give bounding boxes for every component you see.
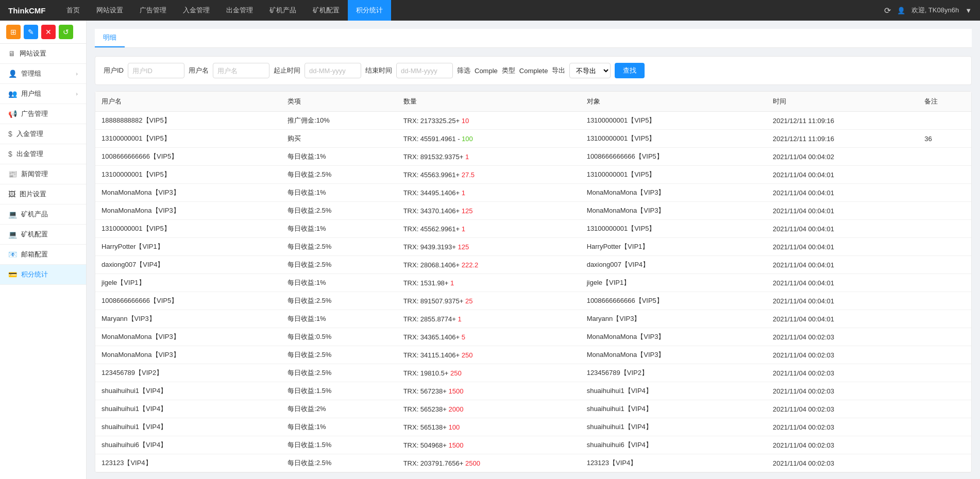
sidebar-item-miner-config[interactable]: 💻矿机配置 (0, 225, 86, 245)
cell-time: 2021/11/04 00:02:03 (767, 436, 918, 454)
cell-note (918, 112, 971, 130)
cell-amount: TRX: 34370.1406+ 125 (397, 202, 581, 220)
sidebar-item-deposit-manage[interactable]: $入金管理 (0, 124, 86, 144)
cell-amount: TRX: 1531.98+ 1 (397, 274, 581, 292)
cell-note (918, 202, 971, 220)
cell-amount: TRX: 34495.1406+ 1 (397, 184, 581, 202)
cell-username: 13100000001【VIP5】 (95, 166, 281, 184)
cell-username: MonaMonaMona【VIP3】 (95, 328, 281, 346)
sidebar-btn-blue[interactable]: ✎ (24, 25, 38, 39)
amount-bold: 1 (462, 189, 465, 197)
table-row: shuaihuihui1【VIP4】每日收益:2%TRX: 565238+ 20… (95, 400, 971, 418)
menu-icon-news-manage: 📰 (8, 170, 17, 178)
amount-bold: 222.2 (462, 261, 479, 269)
refresh-icon[interactable]: ⟳ (884, 6, 891, 15)
menu-label-withdraw-manage: 出金管理 (16, 149, 78, 159)
amount-bold: 250 (462, 351, 473, 359)
cell-time: 2021/11/04 00:02:03 (767, 418, 918, 436)
sidebar-item-website-settings[interactable]: 🖥网站设置 (0, 44, 86, 64)
sidebar-item-image-settings[interactable]: 🖼图片设置 (0, 184, 86, 204)
sidebar-item-news-manage[interactable]: 📰新闻管理 (0, 164, 86, 184)
export-select[interactable]: 不导出 导出 (569, 63, 611, 78)
start-time-label: 起止时间 (274, 66, 300, 75)
filter-bar: 用户ID 用户名 起止时间 结束时间 筛选 Comple 类型 Complete… (95, 56, 972, 85)
cell-username: MonaMonaMona【VIP3】 (95, 346, 281, 364)
table-row: 13100000001【VIP5】每日收益:1%TRX: 45562.9961+… (95, 220, 971, 238)
cell-username: shuaihuihui6【VIP4】 (95, 436, 281, 454)
cell-amount: TRX: 565138+ 100 (397, 418, 581, 436)
cell-note (918, 454, 971, 472)
nav-item-首页[interactable]: 首页 (58, 0, 88, 21)
cell-note (918, 346, 971, 364)
end-time-input[interactable] (396, 63, 453, 78)
amount-bold: 125 (462, 207, 473, 215)
menu-label-miner-product: 矿机产品 (21, 210, 78, 219)
sidebar-item-ad-manage[interactable]: 📢广告管理 (0, 104, 86, 124)
cell-time: 2021/11/04 00:02:03 (767, 328, 918, 346)
amount-bold: 1 (450, 279, 454, 287)
main-content: 明细 用户ID 用户名 起止时间 结束时间 筛选 Comple 类型 Compl… (87, 21, 980, 479)
nav-item-广告管理[interactable]: 广告管理 (131, 0, 175, 21)
brand-logo: ThinkCMF (8, 6, 46, 15)
menu-icon-admin-group: 👤 (8, 70, 17, 78)
search-button[interactable]: 查找 (615, 63, 645, 78)
amount-bold: 1 (458, 315, 462, 323)
cell-time: 2021/11/04 00:02:03 (767, 400, 918, 418)
amount-bold: 1500 (448, 387, 463, 395)
cell-target: MonaMonaMona【VIP3】 (581, 184, 767, 202)
sidebar-btn-orange[interactable]: ⊞ (6, 25, 21, 39)
start-time-input[interactable] (305, 63, 361, 78)
cell-time: 2021/11/04 00:04:01 (767, 310, 918, 328)
arrow-icon: › (76, 91, 78, 97)
amount-bold: 27.5 (462, 171, 475, 179)
cell-time: 2021/11/04 00:04:01 (767, 256, 918, 274)
cell-note (918, 436, 971, 454)
cell-note (918, 238, 971, 256)
cell-time: 2021/11/04 00:04:01 (767, 292, 918, 310)
cell-username: 123123【VIP4】 (95, 454, 281, 472)
tab-detail[interactable]: 明细 (95, 29, 125, 47)
sidebar-item-user-group[interactable]: 👥用户组› (0, 84, 86, 104)
cell-username: 123456789【VIP2】 (95, 364, 281, 382)
nav-item-矿机配置[interactable]: 矿机配置 (305, 0, 348, 21)
sidebar-item-withdraw-manage[interactable]: $出金管理 (0, 144, 86, 164)
nav-item-出金管理[interactable]: 出金管理 (218, 0, 261, 21)
cell-target: 1008666666666【VIP5】 (581, 292, 767, 310)
col-header-数量: 数量 (397, 92, 581, 112)
cell-amount: TRX: 2173325.25+ 10 (397, 112, 581, 130)
nav-item-积分统计[interactable]: 积分统计 (348, 0, 391, 21)
cell-note (918, 274, 971, 292)
table-row: 123123【VIP4】每日收益:2.5%TRX: 203791.7656+ 2… (95, 454, 971, 472)
cell-type: 每日收益:2.5% (281, 346, 397, 364)
menu-icon-miner-product: 💻 (8, 210, 17, 218)
cell-target: jigele【VIP1】 (581, 274, 767, 292)
sidebar-btn-green[interactable]: ↺ (59, 25, 73, 39)
sidebar-item-miner-product[interactable]: 💻矿机产品 (0, 204, 86, 225)
menu-label-user-group: 用户组 (21, 89, 76, 98)
cell-target: 13100000001【VIP5】 (581, 130, 767, 148)
table-row: Maryann【VIP3】每日收益:1%TRX: 2855.8774+ 1Mar… (95, 310, 971, 328)
col-header-对象: 对象 (581, 92, 767, 112)
menu-icon-ad-manage: 📢 (8, 110, 17, 118)
cell-username: shuaihuihui1【VIP4】 (95, 418, 281, 436)
sidebar-item-points-stats[interactable]: 💳积分统计 (0, 265, 86, 285)
user-id-label: 用户ID (104, 66, 124, 75)
table-row: daxiong007【VIP4】每日收益:2.5%TRX: 28068.1406… (95, 256, 971, 274)
nav-item-网站设置[interactable]: 网站设置 (88, 0, 131, 21)
menu-label-ad-manage: 广告管理 (21, 109, 78, 118)
menu-label-points-stats: 积分统计 (21, 270, 78, 279)
cell-amount: TRX: 19810.5+ 250 (397, 364, 581, 382)
sidebar-btn-red[interactable]: ✕ (41, 25, 56, 39)
cell-amount: TRX: 34365.1406+ 5 (397, 328, 581, 346)
sidebar-item-email-config[interactable]: 📧邮箱配置 (0, 245, 86, 265)
cell-type: 每日收益:1% (281, 220, 397, 238)
menu-label-news-manage: 新闻管理 (21, 169, 78, 179)
cell-target: 1008666666666【VIP5】 (581, 148, 767, 166)
user-id-input[interactable] (128, 63, 184, 78)
user-name-input[interactable] (213, 63, 269, 78)
sidebar-item-admin-group[interactable]: 👤管理组› (0, 64, 86, 84)
nav-item-矿机产品[interactable]: 矿机产品 (261, 0, 305, 21)
table-row: 1008666666666【VIP5】每日收益:2.5%TRX: 891507.… (95, 292, 971, 310)
nav-item-入金管理[interactable]: 入金管理 (175, 0, 218, 21)
sidebar-menu: 🖥网站设置👤管理组›👥用户组›📢广告管理$入金管理$出金管理📰新闻管理🖼图片设置… (0, 44, 86, 285)
